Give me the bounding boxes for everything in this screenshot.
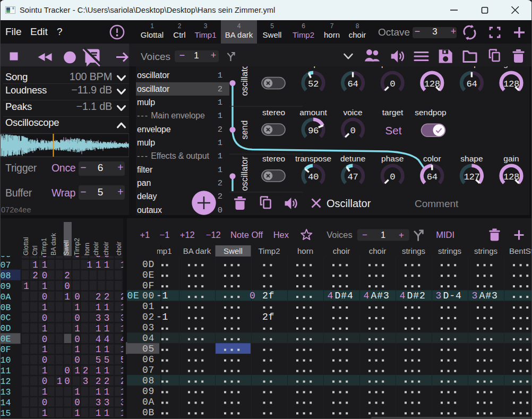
svg-text:52: 52 (308, 79, 319, 89)
svg-text:4: 4 (96, 334, 101, 345)
svg-text:1: 1 (32, 260, 38, 270)
svg-text:1: 1 (74, 323, 80, 334)
svg-text:0: 0 (74, 313, 80, 323)
svg-text:2: 2 (96, 292, 101, 302)
svg-text:00: 00 (142, 290, 155, 301)
svg-text:1: 1 (104, 387, 110, 397)
svg-text:0: 0 (74, 334, 80, 345)
svg-text:1: 1 (96, 387, 101, 397)
svg-text:oscillator: oscillator (239, 66, 249, 96)
svg-text:0: 0 (42, 334, 48, 345)
svg-text:2f: 2f (262, 312, 274, 322)
svg-text:3: 3 (104, 313, 110, 323)
svg-text:Comment: Comment (415, 198, 459, 209)
svg-text:D#4: D#4 (335, 290, 354, 301)
svg-text:128: 128 (424, 79, 440, 89)
svg-text:−12: −12 (206, 230, 221, 240)
svg-text:BA dark: BA dark (50, 233, 57, 255)
svg-text:1: 1 (96, 344, 101, 355)
svg-text:1: 1 (57, 376, 63, 387)
svg-text:Hex: Hex (273, 230, 289, 240)
svg-text:1: 1 (121, 302, 123, 313)
svg-text:14: 14 (1, 398, 11, 408)
svg-text:Set: Set (385, 124, 402, 136)
svg-text:5: 5 (96, 355, 101, 365)
svg-text:5: 5 (104, 355, 110, 365)
svg-text:0: 0 (64, 365, 70, 376)
svg-text:3: 3 (96, 397, 101, 408)
svg-text:choir: choir (115, 242, 123, 255)
svg-text:0: 0 (64, 376, 70, 387)
svg-text:08: 08 (1, 271, 11, 281)
svg-text:1: 1 (121, 387, 123, 397)
svg-text:3: 3 (121, 397, 123, 408)
svg-text:Swell: Swell (224, 246, 243, 255)
svg-text:2: 2 (121, 292, 123, 302)
svg-text:11: 11 (1, 366, 11, 376)
svg-text:1: 1 (104, 344, 110, 355)
svg-text:1: 1 (104, 260, 110, 270)
svg-text:1: 1 (42, 302, 48, 313)
svg-text:−1: −1 (160, 230, 170, 240)
svg-text:2f: 2f (262, 290, 274, 301)
svg-text:0A: 0A (142, 397, 155, 407)
svg-text:stereo: stereo (262, 154, 285, 163)
svg-text:0: 0 (390, 172, 395, 182)
svg-text:0C: 0C (1, 313, 11, 323)
svg-text:Swell: Swell (63, 240, 70, 255)
svg-text:A#3: A#3 (479, 290, 498, 301)
svg-text:stereo: stereo (262, 66, 285, 68)
svg-text:0: 0 (42, 376, 48, 387)
svg-text:gain: gain (503, 66, 519, 68)
svg-text:0E: 0E (1, 334, 11, 344)
svg-text:1: 1 (121, 408, 123, 418)
svg-text:+: + (399, 230, 404, 240)
svg-text:10: 10 (1, 355, 11, 365)
svg-text:color: color (423, 66, 441, 68)
svg-text:oscillator: oscillator (239, 156, 249, 191)
svg-text:A#3: A#3 (371, 290, 390, 301)
svg-text:BA dark: BA dark (183, 246, 211, 255)
svg-text:horn: horn (83, 243, 91, 255)
svg-text:05: 05 (142, 344, 155, 354)
svg-text:send: send (239, 121, 249, 140)
svg-text:Timp1: Timp1 (40, 238, 48, 255)
svg-text:1: 1 (74, 408, 80, 418)
svg-text:1: 1 (96, 365, 101, 376)
svg-text:+1: +1 (140, 230, 150, 240)
svg-text:Voices: Voices (327, 230, 353, 240)
svg-text:1: 1 (96, 260, 101, 270)
svg-text:1: 1 (104, 408, 110, 418)
svg-text:1: 1 (96, 323, 101, 334)
svg-text:0D: 0D (1, 323, 11, 334)
svg-text:0: 0 (42, 313, 48, 323)
svg-text:D-4: D-4 (443, 290, 462, 301)
svg-text:2: 2 (104, 292, 110, 302)
svg-text:horn: horn (297, 246, 313, 255)
svg-text:47: 47 (348, 172, 358, 182)
svg-text:0: 0 (64, 281, 70, 292)
svg-text:64: 64 (466, 79, 477, 89)
svg-text:1: 1 (104, 302, 110, 313)
svg-text:64: 64 (427, 172, 437, 182)
svg-text:3: 3 (96, 313, 101, 323)
svg-text:MIDI: MIDI (436, 230, 454, 240)
svg-text:choir: choir (92, 242, 100, 255)
svg-text:Timp2: Timp2 (73, 238, 81, 255)
svg-text:07: 07 (1, 260, 11, 270)
svg-text:1: 1 (42, 281, 48, 292)
svg-text:08: 08 (142, 375, 155, 386)
svg-text:shape: shape (460, 66, 483, 68)
svg-text:02: 02 (142, 312, 155, 322)
svg-text:1: 1 (64, 292, 70, 302)
svg-text:03: 03 (142, 322, 155, 333)
svg-text:2: 2 (64, 270, 70, 281)
svg-text:1: 1 (121, 365, 123, 376)
svg-text:0E: 0E (127, 290, 140, 301)
svg-text:0: 0 (350, 126, 356, 136)
svg-text:0E: 0E (142, 270, 155, 280)
svg-text:127: 127 (464, 172, 479, 182)
svg-text:2: 2 (83, 365, 89, 376)
svg-text:choir: choir (369, 246, 387, 255)
svg-text:0B: 0B (1, 303, 11, 313)
